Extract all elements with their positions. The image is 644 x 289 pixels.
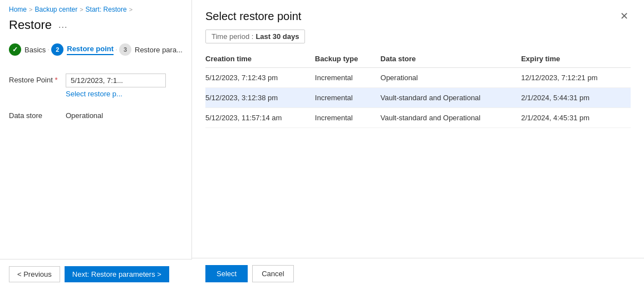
checkmark-icon bbox=[12, 46, 18, 53]
step-circle-restore-point: 2 bbox=[51, 43, 63, 56]
step-connector-1 bbox=[48, 50, 49, 50]
col-data-store: Data store bbox=[381, 50, 522, 68]
page-title: Restore bbox=[9, 18, 52, 32]
select-restore-point-link[interactable]: Select restore p... bbox=[66, 90, 166, 98]
col-creation-time: Creation time bbox=[205, 50, 315, 68]
step-basics[interactable]: Basics bbox=[9, 43, 46, 56]
cancel-button[interactable]: Cancel bbox=[252, 265, 293, 282]
page-title-row: Restore ... bbox=[0, 16, 191, 39]
step-number-restore-point: 2 bbox=[56, 46, 59, 53]
step-circle-restore-params: 3 bbox=[119, 43, 131, 56]
data-store-label: Data store bbox=[9, 109, 59, 120]
col-expiry-time: Expiry time bbox=[521, 50, 631, 68]
step-label-restore-point: Restore point bbox=[67, 45, 114, 55]
breadcrumb: Home > Backup center > Start: Restore > bbox=[0, 0, 191, 16]
restore-point-control: Select restore p... bbox=[66, 74, 166, 98]
breadcrumb-sep-1: > bbox=[29, 6, 32, 13]
time-filter-row: Time period : Last 30 days bbox=[192, 30, 644, 50]
time-period-filter[interactable]: Time period : Last 30 days bbox=[205, 30, 305, 43]
modal-footer: Select Cancel bbox=[192, 258, 644, 289]
step-circle-basics bbox=[9, 43, 21, 56]
step-label-basics: Basics bbox=[24, 46, 46, 54]
next-button[interactable]: Next: Restore parameters > bbox=[65, 266, 169, 282]
ellipsis-menu-button[interactable]: ... bbox=[56, 19, 70, 31]
modal-title: Select restore point bbox=[205, 10, 301, 23]
modal-panel: Select restore point ✕ Time period : Las… bbox=[192, 0, 644, 289]
data-store-value: Operational bbox=[66, 109, 103, 120]
step-number-restore-params: 3 bbox=[124, 46, 127, 53]
time-period-label: Time period : bbox=[212, 32, 253, 41]
breadcrumb-backup-center[interactable]: Backup center bbox=[35, 6, 77, 13]
data-store-row: Data store Operational bbox=[9, 109, 183, 120]
form-area: Restore Point * Select restore p... Data… bbox=[0, 65, 191, 289]
required-indicator: * bbox=[55, 76, 57, 84]
wizard-steps: Basics 2 Restore point 3 Restore para... bbox=[0, 39, 191, 65]
left-panel: Home > Backup center > Start: Restore > … bbox=[0, 0, 192, 289]
table-row[interactable]: 5/12/2023, 11:57:14 amIncrementalVault-s… bbox=[205, 108, 631, 128]
step-connector-2 bbox=[116, 50, 117, 50]
restore-table-container: Creation time Backup type Data store Exp… bbox=[205, 50, 631, 258]
modal-header: Select restore point ✕ bbox=[192, 0, 644, 30]
previous-button[interactable]: < Previous bbox=[9, 266, 60, 282]
breadcrumb-start-restore[interactable]: Start: Restore bbox=[86, 6, 127, 13]
step-restore-params[interactable]: 3 Restore para... bbox=[119, 43, 183, 56]
restore-point-label: Restore Point * bbox=[9, 74, 59, 84]
table-header-row: Creation time Backup type Data store Exp… bbox=[205, 50, 631, 68]
restore-point-input[interactable] bbox=[66, 74, 166, 87]
table-row[interactable]: 5/12/2023, 7:12:43 pmIncrementalOperatio… bbox=[205, 68, 631, 88]
bottom-bar: < Previous Next: Restore parameters > bbox=[0, 259, 192, 289]
restore-table: Creation time Backup type Data store Exp… bbox=[205, 50, 631, 128]
modal-close-button[interactable]: ✕ bbox=[618, 10, 631, 22]
select-button[interactable]: Select bbox=[205, 265, 248, 282]
breadcrumb-home[interactable]: Home bbox=[9, 6, 27, 13]
step-label-restore-params: Restore para... bbox=[135, 46, 183, 54]
breadcrumb-sep-3: > bbox=[129, 6, 132, 13]
table-row[interactable]: 5/12/2023, 3:12:38 pmIncrementalVault-st… bbox=[205, 88, 631, 108]
time-period-value: Last 30 days bbox=[255, 32, 299, 41]
restore-point-row: Restore Point * Select restore p... bbox=[9, 74, 183, 98]
col-backup-type: Backup type bbox=[315, 50, 381, 68]
step-restore-point[interactable]: 2 Restore point bbox=[51, 43, 114, 56]
breadcrumb-sep-2: > bbox=[80, 6, 83, 13]
